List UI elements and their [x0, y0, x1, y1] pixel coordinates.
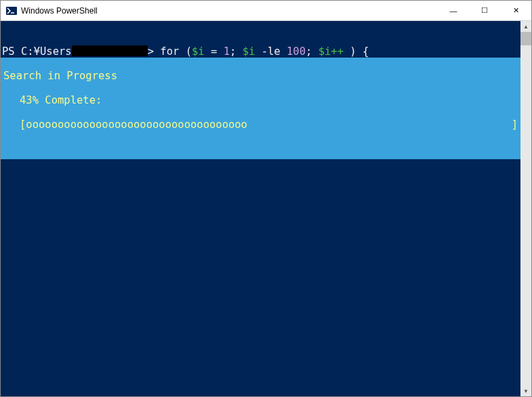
- paren-close: ): [344, 45, 363, 58]
- var-i: $i: [243, 45, 255, 58]
- progress-status: 43% Complete:: [3, 94, 518, 106]
- var-ipp: $i++: [319, 45, 344, 58]
- semi: ;: [230, 45, 243, 58]
- app-window: Windows PowerShell — ☐ ✕ PS C:¥Users> fo…: [0, 0, 532, 397]
- titlebar[interactable]: Windows PowerShell — ☐ ✕: [1, 1, 531, 21]
- progress-activity: Search in Progress: [3, 70, 518, 82]
- num-1: 1: [224, 45, 230, 58]
- powershell-icon: [6, 5, 17, 16]
- minimize-button[interactable]: —: [438, 1, 469, 20]
- progress-panel: Search in Progress 43% Complete: [oooooo…: [1, 58, 520, 159]
- maximize-button[interactable]: ☐: [469, 1, 500, 20]
- terminal-area: PS C:¥Users> for ($i = 1; $i -le 100; $i…: [1, 21, 531, 396]
- close-button[interactable]: ✕: [500, 1, 531, 20]
- redacted-username: [72, 45, 148, 56]
- window-controls: — ☐ ✕: [438, 1, 531, 20]
- prompt-suffix: >: [148, 45, 161, 58]
- window-title: Windows PowerShell: [21, 6, 438, 16]
- bar-open: [: [20, 119, 26, 131]
- paren-open: (: [186, 45, 192, 58]
- bar-fill: ooooooooooooooooooooooooooooooooooo: [26, 119, 247, 131]
- scroll-up-arrow-icon[interactable]: ▲: [520, 21, 531, 32]
- prompt-prefix: PS C:¥Users: [2, 45, 72, 58]
- terminal[interactable]: PS C:¥Users> for ($i = 1; $i -le 100; $i…: [1, 21, 520, 396]
- bar-space: [247, 119, 512, 131]
- kw-for: for: [160, 45, 185, 58]
- bar-close: ]: [512, 119, 518, 131]
- brace-open: {: [363, 45, 369, 58]
- eq-sign: =: [205, 45, 224, 58]
- num-100: 100: [287, 45, 306, 58]
- var-i: $i: [192, 45, 205, 58]
- scroll-down-arrow-icon[interactable]: ▼: [520, 385, 531, 396]
- scroll-thumb[interactable]: [520, 32, 531, 45]
- op-le: -le: [255, 45, 287, 58]
- semi: ;: [306, 45, 319, 58]
- vertical-scrollbar[interactable]: ▲ ▼: [520, 21, 531, 396]
- progress-bar: [ooooooooooooooooooooooooooooooooooo]: [3, 119, 518, 131]
- command-line-1: PS C:¥Users> for ($i = 1; $i -le 100; $i…: [1, 45, 520, 58]
